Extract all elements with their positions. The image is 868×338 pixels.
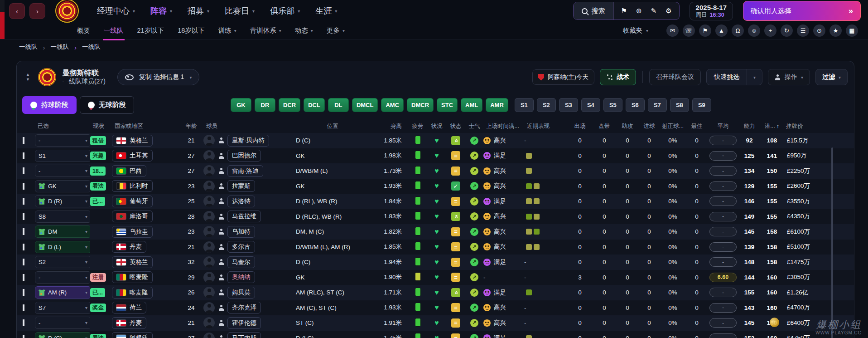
notification-bell-icon[interactable]: Ω [732, 24, 744, 37]
media-icon[interactable]: ☏ [683, 24, 695, 37]
player-name[interactable]: 达洛特 [227, 196, 255, 207]
phone-alert-icon[interactable]: ⚑ [699, 24, 711, 37]
slot-filter-button[interactable]: S5 [603, 98, 622, 112]
message-icon[interactable]: ✉ [666, 24, 679, 37]
view-preset-dropdown[interactable]: 复制 选择信息 1 ▾ [117, 69, 200, 85]
selection-dropdown[interactable]: -▾ [35, 271, 90, 284]
selection-dropdown[interactable]: -▾ [35, 134, 90, 147]
position-filter-button[interactable]: AMR [486, 98, 508, 112]
game-date[interactable]: 2025-8-17 周日16:30 [690, 2, 733, 20]
club-crest-logo[interactable] [55, 0, 79, 23]
profile-icon[interactable] [218, 137, 224, 143]
column-header[interactable]: 疲劳 [408, 122, 427, 130]
column-header[interactable]: 已选 [35, 122, 90, 130]
sort-ascending-icon[interactable]: ↑ [776, 122, 780, 129]
column-header[interactable]: 状况 [427, 122, 446, 130]
column-header[interactable]: 国家或地区 [112, 122, 179, 130]
player-row[interactable]: S8▾ 摩洛哥 28 马兹拉维 D (RLC), WB (R) 1.83米 ♥ … [17, 209, 854, 225]
selection-dropdown[interactable]: DM▾ [35, 225, 90, 238]
add-person-icon[interactable]: + [764, 24, 776, 37]
slot-filter-button[interactable]: S9 [692, 98, 711, 112]
player-name[interactable]: 拉蒙斯 [227, 180, 255, 192]
player-name[interactable]: 雷南·洛迪 [227, 165, 263, 177]
column-header[interactable]: 身高 [376, 122, 408, 130]
player-name[interactable]: 霍伊伦德 [227, 317, 261, 329]
player-row[interactable]: S7▾ 奖金 荷兰 24 齐尔克泽 AM (C), ST (C) 1.93米 ♥… [17, 300, 854, 316]
position-filter-button[interactable]: DCL [304, 98, 325, 112]
in-possession-toggle[interactable]: 持球阶段 [22, 96, 77, 114]
profile-icon[interactable] [218, 198, 224, 204]
selection-dropdown[interactable]: AM (R)▾ [35, 286, 90, 299]
slot-filter-button[interactable]: S7 [648, 98, 667, 112]
subnav-item[interactable]: 概要▾ [76, 22, 91, 40]
row-checkbox[interactable] [23, 183, 24, 190]
selection-dropdown[interactable]: S7▾ [35, 302, 90, 314]
profile-icon[interactable] [218, 183, 224, 189]
player-name[interactable]: 姆贝莫 [227, 287, 255, 299]
player-row[interactable]: D (R)▾ 已... 葡萄牙 25 达洛特 D (RL), WB (R) 1.… [17, 194, 854, 209]
position-filter-button[interactable]: AMC [381, 98, 404, 112]
position-filter-button[interactable]: GK [231, 98, 251, 112]
column-header[interactable]: 平均 [708, 122, 738, 130]
profile-icon[interactable] [218, 214, 224, 220]
subnav-item[interactable]: 动态▾ [294, 22, 314, 40]
row-checkbox[interactable] [23, 167, 24, 174]
column-header[interactable]: 助攻 [617, 122, 638, 130]
team-meeting-button[interactable]: 召开球队会议 [649, 69, 701, 85]
profile-icon[interactable] [218, 168, 224, 174]
profile-icon[interactable] [218, 289, 224, 295]
player-name[interactable]: 奥纳纳 [227, 271, 255, 283]
player-name[interactable]: 乌加特 [227, 226, 255, 238]
nav-item[interactable]: 生涯▾ [315, 5, 337, 16]
actions-button[interactable]: 操作▾ [768, 69, 810, 85]
column-header[interactable]: 状态 [446, 122, 465, 130]
player-row[interactable]: S2▾ 英格兰 32 马奎尔 D (C) 1.94米 ♥ = ↗ [17, 255, 854, 270]
selection-dropdown[interactable]: D (R)▾ [35, 195, 90, 207]
chevron-down-icon[interactable]: ▾ [747, 69, 762, 85]
player-name[interactable]: 马兹拉维 [227, 211, 261, 222]
column-header[interactable]: 位置 [289, 122, 376, 130]
player-row[interactable]: -▾ 租借 英格兰 21 里斯·贝内特 D (C) 1.85米 ♥ » [17, 133, 854, 148]
subnav-item[interactable]: 一线队▾ [103, 22, 125, 40]
back-button[interactable]: ‹ [9, 3, 25, 19]
confirm-selection-button[interactable]: 确认用人选择 » [743, 1, 861, 21]
player-row[interactable]: AM (R)▾ 已... 喀麦隆 26 姆贝莫 AM (RLC), ST (C)… [17, 285, 854, 300]
column-header[interactable]: 上场时间满... [483, 122, 524, 130]
position-filter-button[interactable]: AML [461, 98, 482, 112]
profile-icon[interactable] [218, 153, 224, 159]
selection-dropdown[interactable]: S8▾ [35, 211, 90, 223]
team-bonding-icon[interactable]: ☺ [748, 24, 760, 37]
subnav-item[interactable]: 青训体系▾ [249, 22, 282, 40]
selection-dropdown[interactable]: -▾ [35, 165, 90, 177]
breadcrumb-item[interactable]: 一线队 [19, 43, 38, 51]
player-row[interactable]: D (L)▾ 丹麦 21 多尔古 D/WB/M (L), AM (R) 1.85… [17, 240, 854, 255]
player-name[interactable]: 多尔古 [227, 241, 255, 253]
slot-filter-button[interactable]: S6 [626, 98, 645, 112]
nav-item[interactable]: 阵容▾ [150, 5, 172, 16]
profile-icon[interactable] [218, 335, 224, 338]
selection-dropdown[interactable]: D (L)▾ [35, 241, 90, 253]
position-filter-button[interactable]: DL [328, 98, 349, 112]
selection-dropdown[interactable]: -▾ [35, 317, 90, 329]
row-checkbox[interactable] [23, 289, 24, 296]
slot-filter-button[interactable]: S3 [559, 98, 578, 112]
slot-filter-button[interactable]: S8 [670, 98, 689, 112]
position-filter-button[interactable]: DMCR [407, 98, 434, 112]
search-button[interactable]: 搜索 [574, 2, 614, 20]
breadcrumb-item[interactable]: 一线队 [51, 43, 69, 51]
nav-item[interactable]: 经理中心▾ [97, 5, 135, 16]
column-header[interactable]: 现状 [90, 122, 112, 130]
column-header[interactable]: 盘带 [592, 122, 617, 130]
selection-dropdown[interactable]: S2▾ [35, 256, 90, 268]
profile-icon[interactable] [218, 274, 224, 280]
row-checkbox[interactable] [23, 228, 24, 235]
slot-filter-button[interactable]: S2 [537, 98, 556, 112]
selection-dropdown[interactable]: S1▾ [35, 150, 90, 162]
column-header[interactable]: 士气 [465, 122, 483, 130]
player-row[interactable]: -▾ 丹麦 21 霍伊伦德 ST (C) 1.91米 ♥ = ↗ [17, 315, 854, 331]
subnav-item[interactable]: 训练▾ [217, 22, 237, 40]
news-icon[interactable]: ☰ [797, 24, 809, 37]
player-name[interactable]: 马丁内斯 [227, 332, 261, 338]
quick-pick-button[interactable]: 快速挑选 ▾ [706, 69, 762, 85]
subnav-item[interactable]: 更多▾ [326, 22, 346, 40]
